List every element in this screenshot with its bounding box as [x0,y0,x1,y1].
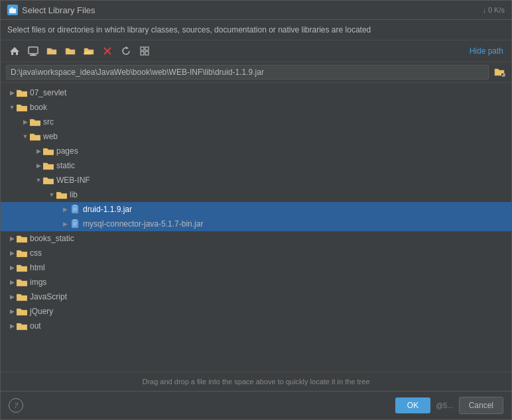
arrow-jquery [7,307,17,316]
arrow-books_static [7,234,17,243]
tree-item-books_static[interactable]: books_static [1,231,511,246]
tree-item-static[interactable]: static [1,158,511,173]
label-mysql: mysql-connector-java-5.1.7-bin.jar [83,219,203,229]
arrow-lib [47,190,56,199]
folder-open-button[interactable] [80,43,97,59]
delete-button[interactable] [99,43,116,59]
svg-rect-14 [141,52,144,55]
tree-item-imgs[interactable]: imgs [1,275,511,289]
page-indicator: @5... [436,401,453,409]
tree-item-out[interactable]: out [1,319,511,333]
folder-icon-07_servlet [17,87,27,98]
tree-item-jquery[interactable]: jQuery [1,304,511,319]
title-bar: Select Library Files ↓ 0 K/s [1,1,511,20]
file-tree[interactable]: 07_servlet book src web [1,83,511,372]
tree-item-html[interactable]: html [1,260,511,275]
jar-icon-druid [70,204,80,215]
tree-item-javascript[interactable]: JavaScript [1,289,511,304]
tree-item-css[interactable]: css [1,246,511,260]
folder-new-icon [65,46,76,56]
label-books_static: books_static [30,234,74,243]
select-library-dialog: Select Library Files ↓ 0 K/s Select file… [0,0,512,420]
svg-rect-3 [29,47,38,54]
arrow-css [7,248,17,258]
folder-icon-javascript [17,291,27,302]
label-web: web [43,132,58,141]
arrow-mysql [60,219,70,229]
ok-button[interactable]: OK [395,397,430,413]
arrow-druid [60,205,70,214]
path-bar [1,62,511,83]
svg-rect-0 [9,9,16,13]
path-input[interactable] [6,65,489,79]
jar-icon-mysql [70,219,80,229]
folder-icon-book [17,102,27,113]
dialog-icon [7,5,18,15]
label-book: book [30,103,47,112]
browse-icon[interactable] [493,66,506,79]
arrow-webinf [34,176,43,185]
tree-item-web[interactable]: web [1,129,511,144]
speed-indicator: ↓ 0 K/s [482,6,505,14]
tree-item-lib[interactable]: lib [1,187,511,202]
arrow-static [34,161,43,170]
desktop-button[interactable] [25,43,42,59]
svg-marker-11 [126,46,129,49]
folder-up-button[interactable] [43,43,60,59]
label-static: static [56,161,75,170]
grid-icon [139,46,150,56]
svg-rect-1 [11,7,13,9]
cancel-button[interactable]: Cancel [459,397,503,414]
folder-open-icon [84,46,94,56]
desktop-icon [28,46,38,56]
tree-item-mysql[interactable]: mysql-connector-java-5.1.7-bin.jar [1,217,511,231]
folder-icon-css [17,248,27,258]
folder-icon-webinf [43,175,54,185]
tree-item-webinf[interactable]: WEB-INF [1,173,511,187]
folder-icon-out [17,321,27,331]
folder-icon-src [30,117,40,127]
label-src: src [43,117,54,127]
svg-rect-15 [145,52,149,55]
hide-path-button[interactable]: Hide path [467,45,506,57]
home-button[interactable] [6,43,23,59]
home-icon [9,46,20,56]
label-css: css [30,248,42,258]
arrow-book [7,103,17,112]
help-button[interactable]: ? [9,398,23,413]
arrow-out [7,321,17,331]
folder-up-icon [46,46,57,56]
folder-icon-books_static [17,233,27,244]
tree-item-07_servlet[interactable]: 07_servlet [1,85,511,100]
svg-rect-12 [141,47,144,50]
arrow-javascript [7,292,17,301]
label-html: html [30,263,45,272]
toolbar: Hide path [1,40,511,62]
arrow-imgs [7,278,17,287]
arrow-html [7,263,17,272]
label-pages: pages [56,146,78,156]
svg-rect-13 [145,47,149,50]
refresh-icon [121,46,131,56]
folder-icon-lib [56,189,67,200]
label-out: out [30,321,41,331]
svg-rect-26 [73,219,77,221]
label-jquery: jQuery [30,307,53,316]
tree-item-druid[interactable]: druid-1.1.9.jar [1,202,511,217]
tree-item-pages[interactable]: pages [1,144,511,158]
drag-hint: Drag and drop a file into the space abov… [1,372,511,391]
tree-item-src[interactable]: src [1,115,511,129]
folder-icon-web [30,131,40,142]
dialog-subtitle: Select files or directories in which lib… [1,20,511,40]
svg-rect-21 [73,205,77,206]
label-druid: druid-1.1.9.jar [83,205,132,214]
grid-button[interactable] [136,43,153,59]
tree-item-book[interactable]: book [1,100,511,115]
label-webinf: WEB-INF [56,176,90,185]
folder-new-button[interactable] [62,43,79,59]
refresh-button[interactable] [117,43,135,59]
folder-icon-html [17,262,27,273]
label-lib: lib [70,190,78,199]
arrow-web [21,132,30,141]
delete-icon [102,46,113,56]
